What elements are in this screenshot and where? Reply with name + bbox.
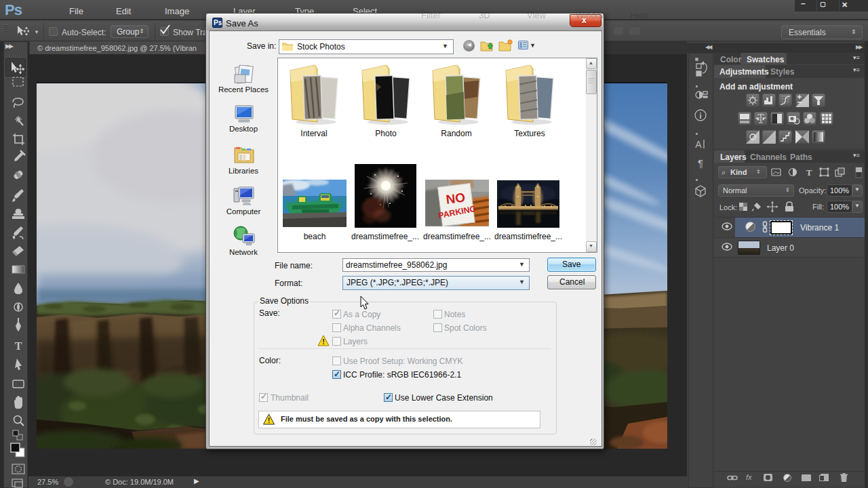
svg-text:!: ! — [322, 338, 325, 346]
svg-text:A: A — [695, 139, 702, 150]
svg-text:¶: ¶ — [698, 157, 703, 169]
svg-text:T: T — [806, 167, 812, 178]
svg-text:!: ! — [268, 416, 271, 424]
svg-text:T: T — [15, 340, 22, 352]
svg-text:i: i — [699, 111, 702, 121]
svg-text:NO: NO — [445, 190, 466, 207]
